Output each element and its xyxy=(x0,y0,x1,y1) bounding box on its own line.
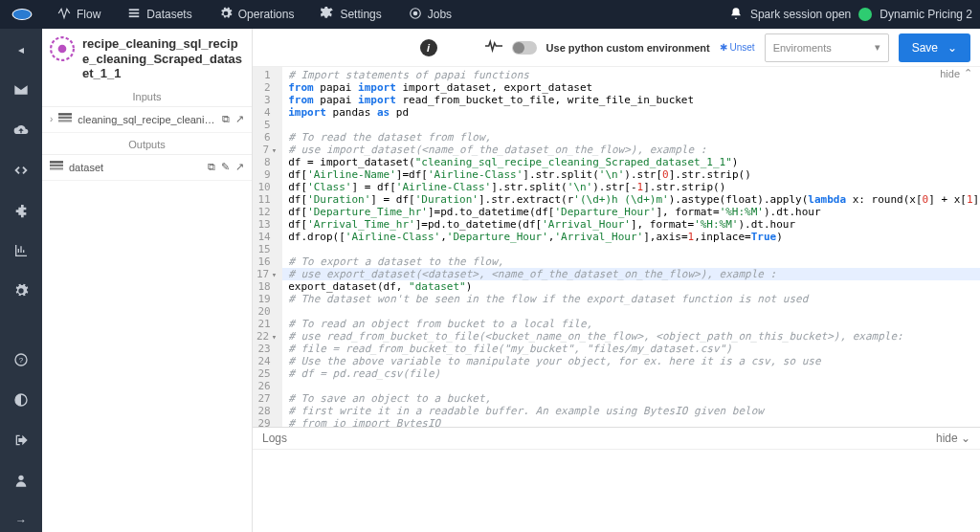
logs-title: Logs xyxy=(262,432,287,445)
copy-icon[interactable]: ⧉ xyxy=(208,161,215,173)
chevron-right-icon: › xyxy=(50,114,53,124)
svg-point-5 xyxy=(412,11,417,15)
bell-icon[interactable] xyxy=(729,7,743,23)
contrast-icon[interactable] xyxy=(10,388,33,411)
logs-body[interactable] xyxy=(253,450,980,532)
editor-toolbar: i Use python custom environment Unset En… xyxy=(253,29,980,67)
code-icon[interactable] xyxy=(10,159,33,182)
custom-env-toggle[interactable] xyxy=(512,41,537,55)
environment-placeholder: Enviroments xyxy=(773,42,832,54)
svg-rect-1 xyxy=(129,9,140,11)
editor-hide-toggle[interactable]: hide⌃ xyxy=(940,67,972,79)
inputs-label: Inputs xyxy=(42,85,252,107)
svg-point-11 xyxy=(58,45,67,54)
svg-rect-13 xyxy=(58,116,72,118)
chevron-down-icon: ⌄ xyxy=(947,41,957,55)
help-icon[interactable]: ? xyxy=(10,348,33,371)
svg-rect-3 xyxy=(129,15,140,17)
recipe-title: recipe_cleaning_sql_recipe_cleaning_Scra… xyxy=(82,36,244,81)
flow-icon xyxy=(57,7,71,23)
svg-rect-12 xyxy=(58,113,72,115)
arrow-right-icon[interactable]: → xyxy=(10,509,33,532)
datasets-icon xyxy=(127,7,141,23)
svg-point-0 xyxy=(12,10,32,20)
environment-select[interactable]: Enviroments ▾ xyxy=(765,33,889,62)
logs-panel: Logs hide ⌄ xyxy=(253,427,980,532)
mail-icon[interactable] xyxy=(10,78,33,101)
svg-rect-15 xyxy=(50,161,63,163)
app-logo[interactable] xyxy=(8,4,36,25)
extension-icon[interactable] xyxy=(10,199,33,222)
output-row[interactable]: dataset ⧉ ✎ ↗ xyxy=(42,155,252,181)
input-row[interactable]: › cleaning_sql_recipe_cleaning_Scrap... … xyxy=(42,107,252,133)
operations-icon xyxy=(219,7,233,23)
logout-icon[interactable] xyxy=(10,429,33,452)
gear-icon[interactable] xyxy=(10,279,33,302)
chart-icon[interactable] xyxy=(10,239,33,262)
copy-icon[interactable]: ⧉ xyxy=(222,113,230,125)
project-name[interactable]: Dynamic Pricing 2 xyxy=(880,8,972,21)
side-rail: ◂ ? → xyxy=(0,29,42,532)
svg-rect-17 xyxy=(50,167,63,169)
dataset-icon xyxy=(58,113,72,126)
input-name: cleaning_sql_recipe_cleaning_Scrap... xyxy=(78,114,216,125)
save-label: Save xyxy=(912,41,938,55)
session-status-dot xyxy=(858,8,872,21)
chevron-down-icon: ▾ xyxy=(875,41,880,54)
main-area: i Use python custom environment Unset En… xyxy=(253,29,980,532)
jobs-icon xyxy=(409,7,422,23)
code-editor[interactable]: 1 2 3 4 5 6 7▾ 8 9 10 11 12 13 14 15 16 … xyxy=(253,67,980,427)
cloud-upload-icon[interactable] xyxy=(10,119,33,142)
custom-env-label: Use python custom environment xyxy=(546,42,710,54)
svg-point-9 xyxy=(18,476,23,480)
recipe-panel: recipe_cleaning_sql_recipe_cleaning_Scra… xyxy=(42,29,253,532)
svg-rect-2 xyxy=(129,11,140,13)
unset-link[interactable]: Unset xyxy=(720,42,755,53)
dataset-icon xyxy=(50,161,63,174)
info-icon[interactable]: i xyxy=(420,39,437,56)
output-name: dataset xyxy=(69,162,202,173)
svg-rect-14 xyxy=(58,120,72,122)
recipe-gear-icon xyxy=(50,36,75,61)
settings-icon xyxy=(321,7,334,23)
logs-hide-toggle[interactable]: hide ⌄ xyxy=(936,432,970,445)
user-icon[interactable] xyxy=(10,469,33,492)
edit-icon[interactable]: ✎ xyxy=(221,161,230,173)
svg-text:?: ? xyxy=(19,356,24,365)
nav-settings[interactable]: Settings xyxy=(307,7,394,23)
pulse-icon[interactable] xyxy=(485,39,502,55)
rail-collapse-icon[interactable]: ◂ xyxy=(10,38,33,61)
top-bar: FlowDatasetsOperationsSettingsJobs Spark… xyxy=(0,0,980,29)
nav-operations[interactable]: Operations xyxy=(206,7,308,23)
nav-flow[interactable]: Flow xyxy=(44,7,114,23)
nav-jobs[interactable]: Jobs xyxy=(395,7,465,23)
open-icon[interactable]: ↗ xyxy=(235,113,244,125)
session-status: Spark session open xyxy=(750,8,851,21)
open-icon[interactable]: ↗ xyxy=(235,161,244,173)
svg-rect-16 xyxy=(50,164,63,166)
outputs-label: Outputs xyxy=(42,133,252,155)
save-button[interactable]: Save ⌄ xyxy=(899,33,970,62)
nav-datasets[interactable]: Datasets xyxy=(114,7,205,23)
